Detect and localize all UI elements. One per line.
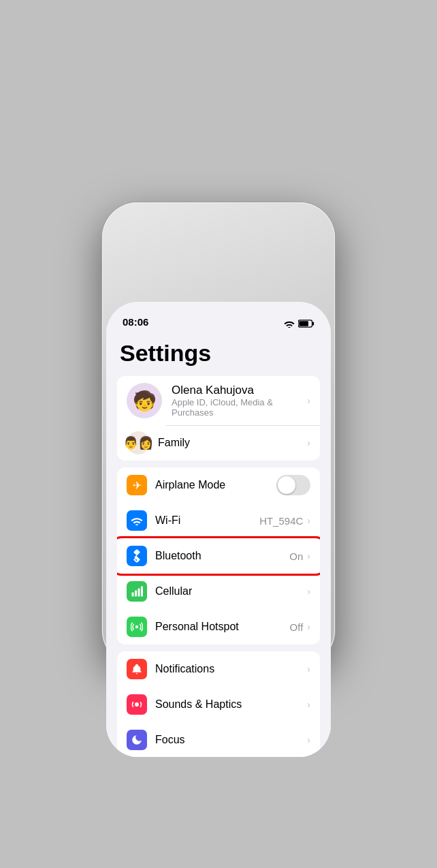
svg-point-8 xyxy=(135,702,139,707)
hotspot-icon xyxy=(127,617,147,637)
sounds-label: Sounds & Haptics xyxy=(155,698,307,711)
bluetooth-row[interactable]: Bluetooth On › xyxy=(117,538,320,574)
status-time: 08:06 xyxy=(123,316,148,328)
profile-row[interactable]: 🧒 Olena Kahujova Apple ID, iCloud, Media… xyxy=(117,376,320,425)
wifi-label: Wi-Fi xyxy=(155,514,259,527)
avatar: 🧒 xyxy=(127,383,162,418)
profile-name: Olena Kahujova xyxy=(172,384,307,397)
family-avatar: 👨‍👩 xyxy=(127,431,150,454)
status-icons xyxy=(284,320,314,328)
wifi-value: HT_594C xyxy=(259,515,303,527)
sounds-icon xyxy=(127,694,147,715)
airplane-mode-row[interactable]: ✈ Airplane Mode xyxy=(117,467,320,503)
wifi-icon xyxy=(127,510,147,531)
svg-rect-1 xyxy=(312,322,314,325)
status-bar: 08:06 xyxy=(106,302,331,332)
notifications-icon xyxy=(127,659,147,679)
airplane-mode-toggle-knob xyxy=(278,476,295,494)
bluetooth-value: On xyxy=(289,551,303,562)
power-button[interactable] xyxy=(106,268,110,302)
svg-point-7 xyxy=(135,625,139,629)
focus-label: Focus xyxy=(155,734,307,746)
svg-rect-2 xyxy=(299,321,308,326)
hotspot-row[interactable]: Personal Hotspot Off › xyxy=(117,609,320,645)
family-chevron: › xyxy=(307,437,310,448)
wifi-status-icon xyxy=(284,320,295,328)
page-title: Settings xyxy=(106,332,331,376)
notifications-group: Notifications › Sounds & Haptics › xyxy=(117,651,320,757)
wifi-chevron: › xyxy=(307,515,310,526)
hotspot-label: Personal Hotspot xyxy=(155,621,290,633)
profile-subtitle: Apple ID, iCloud, Media & Purchases xyxy=(172,397,307,418)
sounds-chevron: › xyxy=(307,699,310,710)
bluetooth-icon xyxy=(127,546,147,566)
svg-rect-4 xyxy=(135,591,137,597)
focus-chevron: › xyxy=(307,734,310,745)
cellular-icon xyxy=(127,581,147,602)
profile-chevron: › xyxy=(307,395,310,406)
airplane-mode-label: Airplane Mode xyxy=(155,479,276,491)
wifi-row[interactable]: Wi-Fi HT_594C › xyxy=(117,503,320,538)
focus-icon xyxy=(127,730,147,750)
notifications-row[interactable]: Notifications › xyxy=(117,651,320,687)
phone-frame: 08:06 Settings 🧒 xyxy=(102,202,335,666)
airplane-mode-icon: ✈ xyxy=(127,475,147,495)
family-row[interactable]: 👨‍👩 Family › xyxy=(117,425,320,461)
profile-info: Olena Kahujova Apple ID, iCloud, Media &… xyxy=(172,384,307,418)
svg-rect-6 xyxy=(141,587,143,597)
svg-rect-5 xyxy=(138,589,140,597)
svg-rect-3 xyxy=(132,593,134,597)
notifications-label: Notifications xyxy=(155,663,307,675)
phone-screen: 08:06 Settings 🧒 xyxy=(106,302,331,757)
bluetooth-chevron: › xyxy=(307,551,310,561)
focus-row[interactable]: Focus › xyxy=(117,722,320,757)
volume-down-button[interactable] xyxy=(106,245,110,268)
sounds-row[interactable]: Sounds & Haptics › xyxy=(117,687,320,722)
volume-up-button[interactable] xyxy=(106,221,110,245)
connectivity-group: ✈ Airplane Mode Wi-Fi HT_594C xyxy=(117,467,320,645)
hotspot-value: Off xyxy=(290,621,304,633)
hotspot-chevron: › xyxy=(307,621,310,632)
cellular-label: Cellular xyxy=(155,585,307,598)
family-label: Family xyxy=(158,437,307,449)
profile-group: 🧒 Olena Kahujova Apple ID, iCloud, Media… xyxy=(117,376,320,461)
silent-button[interactable] xyxy=(106,206,110,221)
notifications-chevron: › xyxy=(307,664,310,675)
cellular-row[interactable]: Cellular › xyxy=(117,574,320,609)
cellular-chevron: › xyxy=(307,586,310,597)
settings-scroll[interactable]: Settings 🧒 Olena Kahujova Apple ID, iClo… xyxy=(106,332,331,757)
bluetooth-label: Bluetooth xyxy=(155,550,289,562)
airplane-mode-toggle[interactable] xyxy=(276,475,310,495)
battery-status-icon xyxy=(298,320,314,328)
